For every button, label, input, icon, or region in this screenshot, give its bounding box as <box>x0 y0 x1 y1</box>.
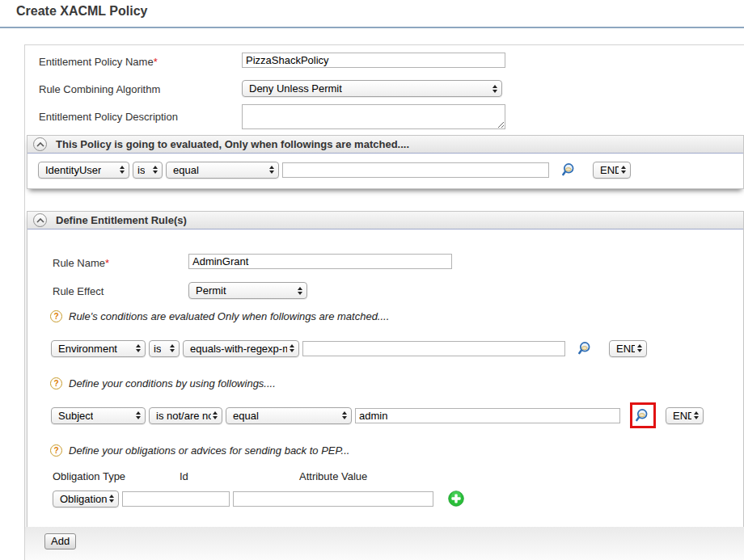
rule-combining-label: Rule Combining Algorithm <box>39 83 160 95</box>
create-xacml-policy-page: Create XACML Policy Entitlement Policy N… <box>0 0 744 560</box>
rule-name-label: Rule Name* <box>53 257 109 269</box>
highlight-box <box>630 402 656 428</box>
obligation-attribute-value-header: Attribute Value <box>299 470 367 482</box>
match-value-input[interactable] <box>282 162 549 178</box>
obligation-id-input[interactable] <box>122 491 230 507</box>
policy-name-input[interactable] <box>242 53 505 68</box>
help-icon: ? <box>50 310 62 322</box>
select-arrows-icon <box>136 411 141 419</box>
obligation-attribute-value-input[interactable] <box>233 491 433 507</box>
rule-condition-row: Subject is not/are not equal <box>51 406 704 424</box>
obligations-help: ? Define your obligations or advices for… <box>50 444 349 457</box>
entitlement-rules-section: Define Entitlement Rule(s) Rule Name* Ru… <box>27 211 744 528</box>
policy-match-row: IdentityUser is equal E <box>38 161 631 179</box>
chevron-up-icon <box>36 142 44 147</box>
condition-end-select[interactable]: END <box>666 407 704 424</box>
search-icon[interactable] <box>578 341 593 356</box>
match-function-select[interactable]: equal <box>166 162 279 179</box>
define-conditions-help: ? Define your conditions by using follow… <box>50 377 276 389</box>
select-arrows-icon <box>120 166 125 174</box>
select-arrows-icon <box>109 495 114 503</box>
rule-match-row: Environment is equals-with-regexp-m <box>51 339 647 357</box>
rule-conditions-help: ? Rule's conditions are evaluated Only w… <box>50 310 389 322</box>
condition-category-select[interactable]: Subject <box>51 407 146 424</box>
required-asterisk: * <box>154 56 158 68</box>
condition-value-input[interactable] <box>355 408 620 423</box>
select-arrows-icon <box>342 411 347 419</box>
select-arrows-icon <box>170 344 175 352</box>
help-icon: ? <box>50 377 62 389</box>
obligation-row: Obligation <box>53 490 464 507</box>
search-icon[interactable] <box>636 408 650 423</box>
policy-match-section-header[interactable]: This Policy is going to evaluated, Only … <box>27 136 743 154</box>
page-title: Create XACML Policy <box>16 4 147 19</box>
collapse-toggle[interactable] <box>33 137 47 151</box>
search-icon[interactable] <box>562 162 577 177</box>
rule-match-end-select[interactable]: END <box>609 340 647 357</box>
policy-description-textarea[interactable] <box>242 104 505 129</box>
rule-match-category-select[interactable]: Environment <box>51 340 146 357</box>
rule-effect-select[interactable]: Permit <box>188 282 307 299</box>
obligation-id-header: Id <box>180 470 188 482</box>
rule-match-operator-select[interactable]: is <box>149 340 180 357</box>
select-arrows-icon <box>136 344 141 352</box>
rule-match-function-select[interactable]: equals-with-regexp-m <box>183 340 299 357</box>
match-operator-select[interactable]: is <box>133 162 163 179</box>
help-icon: ? <box>50 444 62 457</box>
select-arrows-icon <box>213 411 218 419</box>
select-arrows-icon <box>290 344 294 352</box>
match-end-select[interactable]: END <box>593 162 631 179</box>
entitlement-rules-section-header[interactable]: Define Entitlement Rule(s) <box>27 212 743 229</box>
select-arrows-icon <box>269 166 274 174</box>
obligation-type-select[interactable]: Obligation <box>53 491 119 507</box>
form-footer: Add <box>25 527 744 560</box>
rule-effect-label: Rule Effect <box>53 285 104 297</box>
condition-operator-select[interactable]: is not/are not <box>149 407 222 424</box>
policy-match-section-title: This Policy is going to evaluated, Only … <box>56 138 409 150</box>
policy-match-section: This Policy is going to evaluated, Only … <box>27 135 744 189</box>
collapse-toggle[interactable] <box>33 213 47 227</box>
entitlement-rules-section-title: Define Entitlement Rule(s) <box>56 214 187 226</box>
obligation-type-header: Obligation Type <box>53 470 125 482</box>
select-arrows-icon <box>621 166 626 174</box>
add-button[interactable]: Add <box>44 533 76 549</box>
chevron-up-icon <box>36 218 44 223</box>
policy-form-container: Entitlement Policy Name* Rule Combining … <box>24 44 744 560</box>
select-arrows-icon <box>153 166 158 174</box>
required-asterisk: * <box>105 257 109 269</box>
select-arrows-icon <box>694 411 699 419</box>
select-arrows-icon <box>298 287 302 295</box>
rule-name-input[interactable] <box>188 254 452 269</box>
policy-name-label: Entitlement Policy Name* <box>39 56 158 68</box>
title-divider <box>0 27 744 28</box>
rule-combining-select[interactable]: Deny Unless Permit <box>242 80 502 97</box>
select-arrows-icon <box>492 85 497 93</box>
add-obligation-icon[interactable] <box>448 491 464 507</box>
rule-match-value-input[interactable] <box>302 341 565 356</box>
condition-function-select[interactable]: equal <box>226 407 352 424</box>
match-category-select[interactable]: IdentityUser <box>38 162 129 179</box>
policy-description-label: Entitlement Policy Description <box>39 111 178 123</box>
select-arrows-icon <box>637 344 642 352</box>
